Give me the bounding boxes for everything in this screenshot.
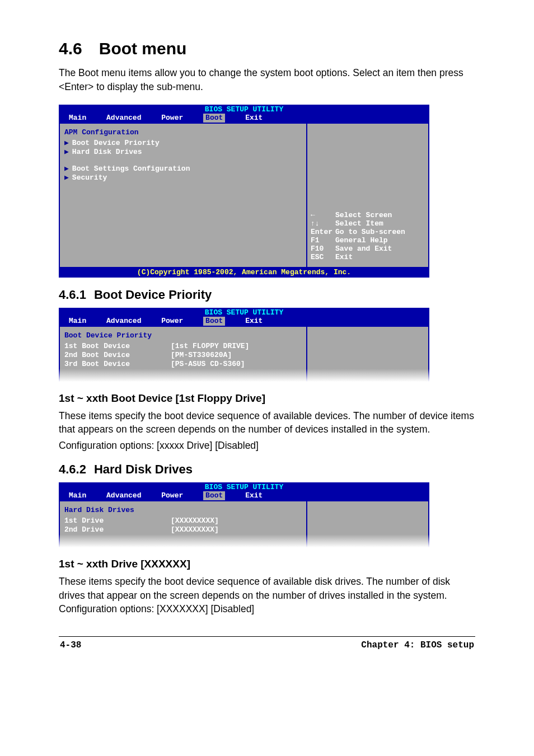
submenu-arrow-icon: ▶ xyxy=(64,148,69,156)
submenu-arrow-icon: ▶ xyxy=(64,165,69,173)
bios-copyright: (C)Copyright 1985-2002, American Megatre… xyxy=(59,268,429,278)
bios-section-head: Boot Device Priority xyxy=(64,331,303,340)
option-config: Configuration options: [xxxxx Drive] [Di… xyxy=(59,439,475,453)
page-footer: 4-38 Chapter 4: BIOS setup xyxy=(59,636,475,650)
bios-screenshot-hard-disk-drives: BIOS SETUP UTILITY Main Advanced Power B… xyxy=(59,482,429,549)
bios-kv-row: 1st Drive[XXXXXXXXX] xyxy=(64,516,303,525)
bios-section-head: Hard Disk Drives xyxy=(64,506,303,514)
bios-item: ▶Boot Settings Configuration xyxy=(64,165,303,173)
bios-kv-row: 1st Boot Device[1st FLOPPY DRIVE] xyxy=(64,342,303,351)
bios-section-head: APM Configuration xyxy=(64,128,303,137)
submenu-arrow-icon: ▶ xyxy=(64,139,69,147)
bios-tab-exit: Exit xyxy=(245,114,263,123)
bios-tab-bar: Main Advanced Power Boot Exit xyxy=(59,317,429,327)
subsection-number: 4.6.1 xyxy=(59,288,86,302)
bios-kv-row: 2nd Boot Device[PM-ST330620A] xyxy=(64,351,303,360)
bios-help-line: ↑↓Select Item xyxy=(311,219,425,228)
bios-tab-bar: Main Advanced Power Boot Exit xyxy=(59,114,429,124)
bios-item: ▶Security xyxy=(64,173,303,182)
bios-tab-power: Power xyxy=(161,317,183,326)
bios-screenshot-boot-priority: BIOS SETUP UTILITY Main Advanced Power B… xyxy=(59,308,429,383)
page-number: 4-38 xyxy=(60,640,81,650)
section-heading: 4.6Boot menu xyxy=(59,39,475,58)
bios-tab-exit: Exit xyxy=(245,491,263,500)
option-description: These items specify the boot device sequ… xyxy=(59,409,475,436)
subsection-title-text: Boot Device Priority xyxy=(94,288,212,302)
subsection-number: 4.6.2 xyxy=(59,462,86,477)
bios-tab-power: Power xyxy=(161,114,183,123)
bios-tab-main: Main xyxy=(69,491,86,500)
bios-title-bar: BIOS SETUP UTILITY xyxy=(59,308,429,317)
option-description: These items specify the boot device sequ… xyxy=(59,575,475,616)
option-heading: 1st ~ xxth Boot Device [1st Floppy Drive… xyxy=(59,392,475,405)
bios-kv-row: 2nd Drive[XXXXXXXXX] xyxy=(64,525,303,534)
bios-help-line: F1General Help xyxy=(311,236,425,245)
bios-kv-row: 3rd Boot Device[PS-ASUS CD-S360] xyxy=(64,360,303,369)
option-heading: 1st ~ xxth Drive [XXXXXX] xyxy=(59,558,475,570)
bios-help-line: ESCExit xyxy=(311,253,425,261)
bios-tab-bar: Main Advanced Power Boot Exit xyxy=(59,491,429,501)
bios-help-line: ←Select Screen xyxy=(311,211,425,219)
bios-item: ▶Boot Device Priority xyxy=(64,139,303,148)
bios-title-bar: BIOS SETUP UTILITY xyxy=(59,482,429,491)
chapter-label: Chapter 4: BIOS setup xyxy=(361,640,474,650)
bios-tab-boot: Boot xyxy=(203,317,225,326)
section-intro: The Boot menu items allow you to change … xyxy=(59,66,475,95)
bios-tab-exit: Exit xyxy=(245,317,263,326)
subsection-heading: 4.6.2Hard Disk Drives xyxy=(59,462,475,477)
bios-item: ▶Hard Disk Drives xyxy=(64,148,303,157)
bios-tab-advanced: Advanced xyxy=(106,491,141,500)
section-number: 4.6 xyxy=(59,39,82,58)
bios-tab-advanced: Advanced xyxy=(106,114,141,123)
bios-tab-main: Main xyxy=(69,317,86,326)
bios-tab-boot: Boot xyxy=(203,114,225,123)
subsection-title-text: Hard Disk Drives xyxy=(94,462,193,476)
section-title-text: Boot menu xyxy=(99,39,187,58)
submenu-arrow-icon: ▶ xyxy=(64,173,69,182)
bios-screenshot-boot-menu: BIOS SETUP UTILITY Main Advanced Power B… xyxy=(59,105,429,278)
bios-tab-main: Main xyxy=(69,114,86,123)
bios-help-line: F10Save and Exit xyxy=(311,245,425,253)
bios-tab-boot: Boot xyxy=(203,491,225,500)
bios-title-bar: BIOS SETUP UTILITY xyxy=(59,105,429,114)
bios-help-line: EnterGo to Sub-screen xyxy=(311,228,425,236)
bios-tab-power: Power xyxy=(161,491,183,500)
subsection-heading: 4.6.1Boot Device Priority xyxy=(59,288,475,302)
bios-tab-advanced: Advanced xyxy=(106,317,141,326)
